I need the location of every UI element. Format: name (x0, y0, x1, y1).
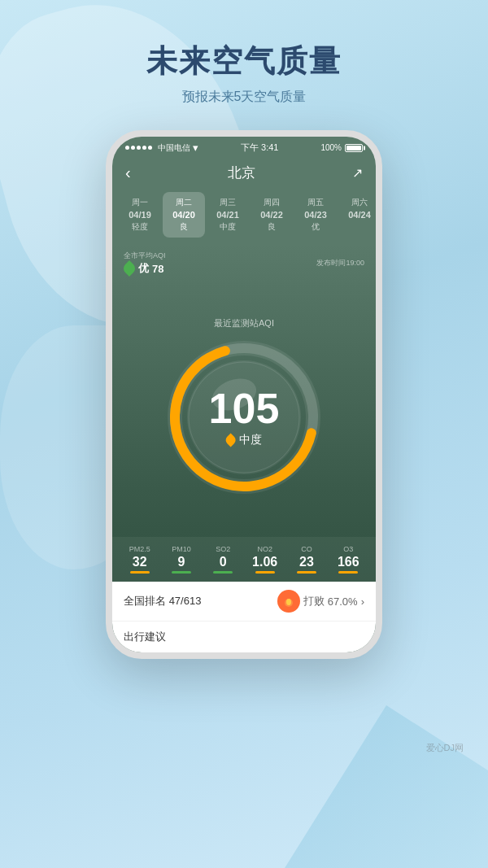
pollutant-value: 166 (328, 555, 369, 569)
pollutant-o3: O3 166 (328, 545, 369, 574)
leaf-icon (121, 260, 137, 277)
pollutant-no2: NO2 1.06 (244, 545, 285, 574)
arrow-icon: › (361, 595, 364, 608)
carrier-label: 中国电信 (158, 142, 190, 154)
pollutant-value: 9 (160, 555, 202, 569)
station-label: 最近监测站AQI (214, 317, 274, 329)
day-item-tuesday[interactable]: 周二 04/20 良 (163, 192, 205, 238)
day-label: 周五 (298, 197, 333, 208)
aqi-header-row: 全市平均AQI 优 78 发布时间19:00 (112, 244, 376, 279)
pollutant-label: O3 (328, 545, 369, 553)
city-avg-quality: 优 (138, 261, 149, 276)
day-label: 周一 (122, 197, 158, 208)
pollutant-bar (130, 571, 150, 574)
time-label: 下午 3:41 (241, 142, 278, 154)
phone-content: 全市平均AQI 优 78 发布时间19:00 最近监测站AQI (112, 244, 376, 652)
pollutants-row: PM2.5 32 PM10 9 SO2 0 NO2 1.06 (112, 537, 376, 582)
pollutant-value: 0 (203, 555, 244, 569)
day-item-friday[interactable]: 周五 04/23 优 (294, 192, 337, 238)
day-label: 周三 (210, 197, 246, 208)
bottom-section: 全国排名 47/613 打败 67.0% › (112, 582, 376, 652)
share-button[interactable]: ↗ (352, 165, 363, 181)
ranking-row[interactable]: 全国排名 47/613 打败 67.0% › (112, 582, 376, 622)
phone-mockup: 中国电信 ▾ 下午 3:41 100% ‹ 北京 ↗ 周一 04/19 轻度 (106, 130, 382, 659)
day-date: 04/19 (122, 210, 158, 220)
beat-label: 打败 (303, 594, 325, 608)
pollutant-value: 1.06 (244, 555, 285, 569)
battery-icon (345, 144, 363, 152)
day-selector: 周一 04/19 轻度 周二 04/20 良 周三 04/21 中度 周四 04… (112, 189, 376, 244)
page-subtitle: 预报未来5天空气质量 (0, 89, 488, 106)
gauge-inner: 105 中度 (209, 387, 280, 447)
day-date: 04/22 (254, 210, 290, 220)
day-quality: 中度 (210, 221, 246, 233)
pollutant-label: PM2.5 (119, 545, 160, 553)
back-button[interactable]: ‹ (125, 164, 131, 182)
city-avg-number: 78 (152, 263, 163, 275)
day-label: 周四 (254, 197, 290, 208)
quality-label: 中度 (239, 433, 262, 447)
pollutant-bar (297, 571, 316, 574)
day-item-saturday[interactable]: 周六 04/24 (338, 192, 376, 238)
pollutant-bar (338, 571, 358, 574)
day-item-wednesday[interactable]: 周三 04/21 中度 (207, 192, 249, 238)
nav-title: 北京 (228, 164, 255, 182)
nav-bar: ‹ 北京 ↗ (112, 157, 376, 189)
pollutant-label: NO2 (244, 545, 285, 553)
pollutant-bar (213, 571, 233, 574)
pollutant-pm10: PM10 9 (160, 545, 202, 574)
watermark: 爱心DJ网 (426, 742, 464, 754)
pollutant-label: CO (285, 545, 327, 553)
aqi-quality: 中度 (209, 433, 280, 447)
advice-label: 出行建议 (124, 630, 166, 643)
status-bar: 中国电信 ▾ 下午 3:41 100% (112, 137, 376, 157)
pollutant-bar (255, 571, 275, 574)
pollutant-value: 32 (119, 555, 160, 569)
pollutant-co: CO 23 (285, 545, 327, 574)
day-quality: 良 (254, 221, 290, 233)
ranking-right: 打败 67.0% › (277, 590, 364, 613)
day-label: 周六 (342, 197, 376, 208)
battery-label: 100% (320, 143, 342, 152)
day-item-thursday[interactable]: 周四 04/22 良 (251, 192, 293, 238)
day-quality: 轻度 (122, 221, 158, 233)
city-avg-label: 全市平均AQI (124, 251, 166, 261)
pollutant-label: SO2 (203, 545, 244, 553)
day-label: 周二 (166, 197, 202, 208)
flame-icon (282, 595, 295, 608)
ranking-badge (277, 590, 300, 613)
aqi-value: 105 (209, 387, 280, 430)
wifi-icon: ▾ (193, 142, 198, 154)
publish-time: 发布时间19:00 (316, 258, 364, 268)
day-date: 04/21 (210, 210, 246, 220)
pollutant-so2: SO2 0 (203, 545, 244, 574)
ranking-value: 47/613 (169, 595, 202, 607)
city-avg-value: 优 78 (124, 261, 166, 276)
pollutant-bar (172, 571, 191, 574)
ranking-label: 全国排名 (124, 595, 166, 607)
pollutant-label: PM10 (160, 545, 202, 553)
day-date: 04/23 (298, 210, 333, 220)
pollutant-value: 23 (285, 555, 327, 569)
day-quality: 良 (166, 221, 202, 233)
gauge-wrapper: 105 中度 (163, 336, 325, 499)
gauge-section: 最近监测站AQI (112, 279, 376, 537)
day-date: 04/20 (166, 210, 202, 220)
svg-point-7 (286, 599, 291, 605)
day-quality: 优 (298, 221, 333, 233)
day-item-monday[interactable]: 周一 04/19 轻度 (119, 192, 161, 238)
page-title: 未来空气质量 (0, 41, 488, 82)
quality-leaf-icon (224, 434, 238, 447)
day-date: 04/24 (342, 210, 376, 220)
pollutant-pm25: PM2.5 32 (119, 545, 160, 574)
beat-percent: 67.0% (328, 595, 358, 608)
ranking-text: 全国排名 47/613 (124, 594, 201, 608)
advice-row: 出行建议 (112, 622, 376, 652)
